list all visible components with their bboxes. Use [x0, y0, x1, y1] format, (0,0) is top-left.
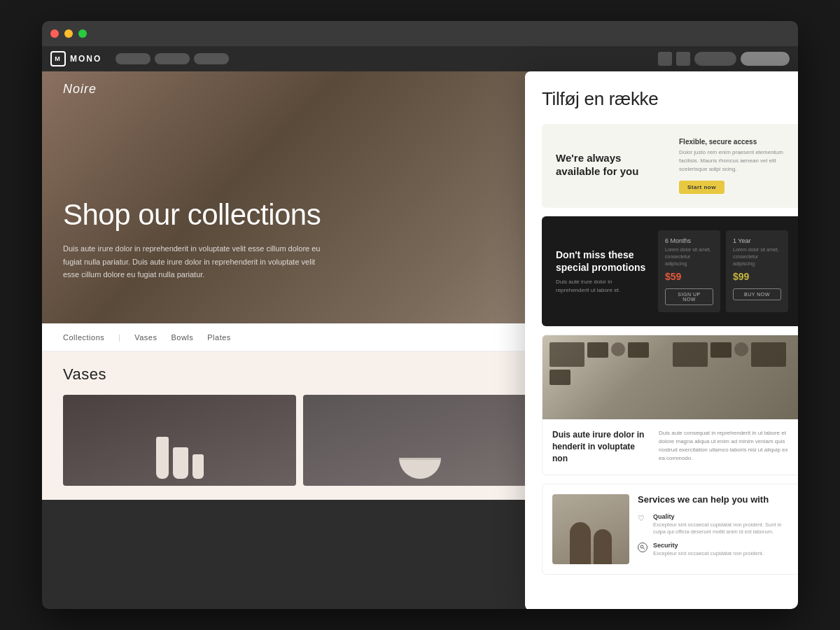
mono-icon: M: [50, 51, 66, 66]
card1-cta-button[interactable]: Start now: [679, 181, 724, 194]
service-security-desc: Excepteur sint occaecat cupidatat non pr…: [653, 550, 764, 558]
services-people: [552, 508, 629, 564]
promotions-card: Don't miss these special promotions Duis…: [542, 216, 798, 326]
hero-description: Duis aute irure dolor in reprehenderit i…: [63, 242, 329, 281]
service-quality-desc: Excepteur sint occaecat cupidatat non pr…: [653, 522, 792, 536]
card1-right-title: Flexible, secure access: [679, 138, 788, 146]
nav-brand: Noire: [63, 82, 97, 97]
pricing-price-1: $59: [665, 271, 713, 282]
card2-left-text: Don't miss these special promotions Duis…: [556, 248, 647, 295]
vase-group-1: [156, 437, 204, 479]
card2-title: Don't miss these special promotions: [556, 248, 647, 274]
vase-short: [192, 454, 204, 479]
maximize-dot[interactable]: [78, 29, 87, 38]
photo-card-title: Duis aute irure dolor in henderit in vol…: [552, 429, 650, 464]
card2-desc: Duis aute irure dolor in reprehenderit u…: [556, 278, 647, 295]
person-shape-2: [594, 529, 612, 564]
pricing-price-2: $99: [733, 271, 781, 282]
service-quality-title: Quality: [653, 513, 792, 520]
services-card: Services we can help you with ♡ Quality …: [542, 484, 798, 575]
quality-heart-icon: ♡: [638, 514, 648, 524]
card1-right-desc: Dolor justo rem enim praesent elementum …: [679, 148, 788, 174]
pricing-card-6months: 6 Months Lorem dolor sit amet, consectet…: [658, 230, 720, 312]
product-card-2[interactable]: [303, 395, 536, 486]
close-dot[interactable]: [50, 29, 59, 38]
nav-pill-2[interactable]: [155, 53, 190, 64]
scatter-item-5: [673, 342, 708, 367]
hero-text: Shop our collections Duis aute irure dol…: [63, 199, 329, 281]
service-item-quality: ♡ Quality Excepteur sint occaecat cupida…: [638, 513, 792, 536]
minimize-dot[interactable]: [64, 29, 73, 38]
scatter-item-8: [751, 342, 786, 367]
nav-pill-1[interactable]: [115, 53, 150, 64]
service-security-title: Security: [653, 542, 764, 549]
vase-mid: [173, 447, 188, 479]
card1-title: We're always available for you: [556, 151, 668, 178]
bowl-shape: [399, 458, 441, 479]
nav-pill-3[interactable]: [194, 53, 229, 64]
card1-right: Flexible, secure access Dolor justo rem …: [679, 138, 788, 194]
tab-plates[interactable]: Plates: [207, 333, 231, 342]
photo-card: Duis aute irure dolor in henderit in vol…: [542, 335, 798, 475]
right-panel[interactable]: Tilføj en række We're always available f…: [525, 71, 798, 609]
pricing-label-2: 1 Year: [733, 237, 781, 244]
toolbar-right: [658, 52, 790, 66]
toolbar-square-2[interactable]: [676, 52, 690, 66]
tab-collections[interactable]: Collections: [63, 333, 104, 342]
scatter-item-2: [587, 342, 608, 358]
website-content: Noire HOME ABOUT SHOP CONTACT f ○ ▶ ☗: [42, 71, 798, 609]
photo-card-desc: Duis aute consequat in reprehenderit in …: [659, 429, 792, 463]
pricing-btn-2[interactable]: BUY NOW: [733, 288, 781, 300]
card1-left-text: We're always available for you: [556, 151, 668, 181]
toolbar-cta-btn[interactable]: [741, 52, 790, 66]
services-title: Services we can help you with: [638, 494, 792, 506]
tab-vases[interactable]: Vases: [134, 333, 157, 342]
scatter-item-4: [628, 342, 649, 358]
panel-title: Tilføj en række: [542, 88, 798, 110]
toolbar-square-1[interactable]: [658, 52, 672, 66]
vase-tall: [156, 437, 169, 479]
svg-point-0: [640, 545, 643, 548]
photo-scatter: [542, 335, 798, 392]
tab-divider: |: [118, 333, 120, 342]
browser-toolbar: M MONO: [42, 46, 798, 71]
scatter-item-7: [734, 342, 748, 356]
photo-text-right: Duis aute consequat in reprehenderit in …: [659, 429, 792, 464]
product-card-1[interactable]: [63, 395, 296, 486]
pricing-btn-1[interactable]: SIGN UP NOW: [665, 288, 713, 305]
service-quality-content: Quality Excepteur sint occaecat cupidata…: [653, 513, 792, 536]
tab-bowls[interactable]: Bowls: [171, 333, 193, 342]
pricing-desc-1: Lorem dolor sit amet, consectetur adipis…: [665, 246, 713, 267]
mono-logo[interactable]: M MONO: [50, 51, 102, 66]
svg-line-1: [643, 547, 645, 550]
toolbar-rect[interactable]: [694, 52, 736, 66]
always-available-card: We're always available for you Flexible,…: [542, 124, 798, 208]
security-key-icon: [638, 542, 648, 552]
pricing-cards: 6 Months Lorem dolor sit amet, consectet…: [658, 230, 788, 312]
toolbar-nav: [115, 53, 229, 64]
person-shape-1: [570, 522, 591, 564]
bowl: [399, 458, 441, 479]
browser-window: M MONO: [42, 21, 798, 609]
scatter-item-9: [550, 370, 570, 385]
pricing-card-1year: 1 Year Lorem dolor sit amet, consectetur…: [726, 230, 788, 312]
services-photo: [552, 494, 629, 564]
pricing-desc-2: Lorem dolor sit amet, consectetur adipis…: [733, 246, 781, 267]
browser-titlebar: [42, 21, 798, 46]
photo-area: [542, 335, 798, 419]
photo-text-area: Duis aute irure dolor in henderit in vol…: [542, 419, 798, 474]
service-item-security: Security Excepteur sint occaecat cupidat…: [638, 542, 792, 558]
services-content: Services we can help you with ♡ Quality …: [638, 494, 792, 564]
scatter-item-3: [611, 342, 625, 356]
pricing-label-1: 6 Months: [665, 237, 713, 244]
photo-text-left: Duis aute irure dolor in henderit in vol…: [552, 429, 650, 464]
hero-title: Shop our collections: [63, 199, 329, 231]
scatter-item-6: [710, 342, 732, 358]
service-security-content: Security Excepteur sint occaecat cupidat…: [653, 542, 764, 558]
scatter-item-1: [550, 342, 584, 367]
